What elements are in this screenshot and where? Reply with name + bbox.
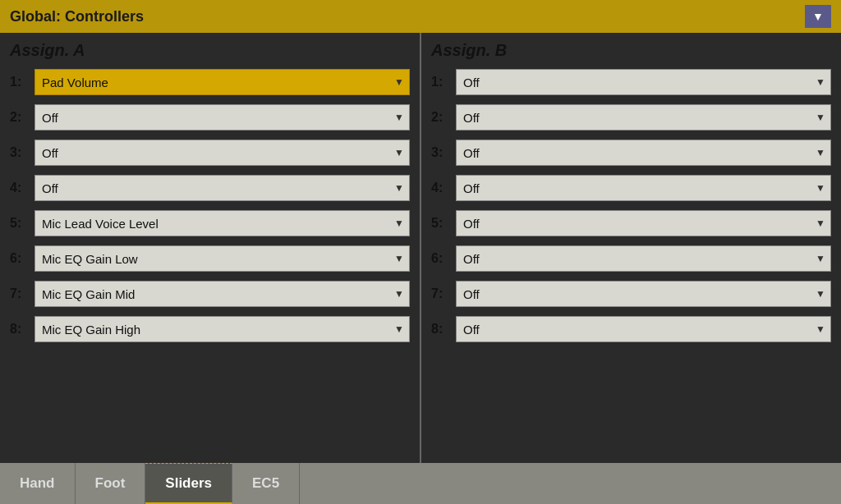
panel-a-row-label-2: 2: bbox=[10, 110, 34, 125]
panel-b-dropdown-arrow-4: ▼ bbox=[816, 182, 825, 194]
panel-a-dropdown-text-4: Off bbox=[42, 181, 58, 195]
panel-b-dropdown-text-3: Off bbox=[463, 146, 480, 160]
panel-a-row-label-4: 4: bbox=[10, 181, 34, 195]
tab-ec5[interactable]: EC5 bbox=[232, 463, 300, 504]
panel-a-dropdown-2[interactable]: Off ▼ bbox=[34, 104, 410, 131]
panel-b-dropdown-arrow-5: ▼ bbox=[816, 218, 825, 229]
panel-a-row-label-8: 8: bbox=[10, 322, 34, 337]
panel-a-row-2: 2: Off ▼ bbox=[10, 102, 410, 133]
screen: Global: Controllers ▼ Assign. A 1: Pad V… bbox=[0, 0, 841, 504]
panel-b-dropdown-text-5: Off bbox=[463, 217, 480, 231]
panel-b-dropdown-arrow-2: ▼ bbox=[816, 112, 825, 123]
panel-a: Assign. A 1: Pad Volume ▼ 2: Off ▼ 3: Of… bbox=[0, 33, 421, 463]
panel-a-dropdown-5[interactable]: Mic Lead Voice Level ▼ bbox=[34, 210, 410, 236]
panel-a-dropdown-text-1: Pad Volume bbox=[42, 76, 108, 89]
panel-a-row-label-1: 1: bbox=[10, 75, 34, 89]
panel-a-row-label-7: 7: bbox=[10, 286, 34, 301]
panel-a-dropdown-arrow-5: ▼ bbox=[394, 218, 404, 229]
panel-a-row-label-6: 6: bbox=[10, 251, 34, 266]
panel-a-row-3: 3: Off ▼ bbox=[10, 137, 410, 168]
panel-a-dropdown-arrow-8: ▼ bbox=[394, 323, 404, 335]
panel-a-dropdown-text-2: Off bbox=[42, 111, 58, 125]
panel-b-dropdown-arrow-1: ▼ bbox=[816, 76, 825, 88]
panel-a-dropdown-arrow-7: ▼ bbox=[394, 288, 404, 300]
panel-a-dropdown-arrow-3: ▼ bbox=[394, 147, 404, 158]
panel-a-dropdown-text-8: Mic EQ Gain High bbox=[42, 323, 140, 337]
panel-b-dropdown-text-6: Off bbox=[463, 252, 480, 266]
panel-a-dropdown-7[interactable]: Mic EQ Gain Mid ▼ bbox=[34, 281, 410, 307]
assign-panels-wrapper: Assign. A 1: Pad Volume ▼ 2: Off ▼ 3: Of… bbox=[0, 33, 841, 463]
panel-b-row-1: 1: Off ▼ bbox=[431, 66, 831, 98]
panel-b-row-label-3: 3: bbox=[431, 145, 456, 160]
panel-a-row-6: 6: Mic EQ Gain Low ▼ bbox=[10, 243, 410, 274]
panel-b-row-label-8: 8: bbox=[431, 322, 456, 337]
panel-a-dropdown-3[interactable]: Off ▼ bbox=[34, 140, 410, 166]
panel-a-dropdown-6[interactable]: Mic EQ Gain Low ▼ bbox=[34, 245, 410, 272]
panel-a-dropdown-text-3: Off bbox=[42, 146, 58, 160]
panel-b-row-8: 8: Off ▼ bbox=[431, 314, 831, 345]
panel-a-dropdown-text-7: Mic EQ Gain Mid bbox=[42, 287, 135, 301]
panel-b-row-label-1: 1: bbox=[431, 75, 456, 89]
panel-a-dropdown-arrow-4: ▼ bbox=[394, 182, 404, 194]
panel-a-dropdown-arrow-6: ▼ bbox=[394, 253, 404, 264]
panel-b-dropdown-arrow-8: ▼ bbox=[816, 323, 825, 335]
panel-b-row-label-6: 6: bbox=[431, 251, 456, 266]
panel-b-dropdown-3[interactable]: Off ▼ bbox=[456, 140, 831, 166]
panel-a-row-7: 7: Mic EQ Gain Mid ▼ bbox=[10, 278, 410, 309]
panel-b-row-4: 4: Off ▼ bbox=[431, 172, 831, 204]
panel-b-dropdown-text-7: Off bbox=[463, 287, 480, 301]
panel-b-dropdown-6[interactable]: Off ▼ bbox=[456, 245, 831, 272]
panel-b-dropdown-2[interactable]: Off ▼ bbox=[456, 104, 831, 131]
panel-b-dropdown-5[interactable]: Off ▼ bbox=[456, 210, 831, 236]
panel-b-dropdown-arrow-6: ▼ bbox=[816, 253, 825, 264]
panel-b-dropdown-8[interactable]: Off ▼ bbox=[456, 316, 831, 342]
panel-a-dropdown-1[interactable]: Pad Volume ▼ bbox=[34, 69, 410, 95]
panel-a-row-label-3: 3: bbox=[10, 145, 34, 160]
panel-b-dropdown-arrow-3: ▼ bbox=[816, 147, 825, 158]
panel-b-dropdown-1[interactable]: Off ▼ bbox=[456, 69, 831, 95]
panel-a-row-label-5: 5: bbox=[10, 216, 34, 231]
tab-foot[interactable]: Foot bbox=[76, 463, 146, 504]
panel-b-row-7: 7: Off ▼ bbox=[431, 278, 831, 309]
panel-a-dropdown-8[interactable]: Mic EQ Gain High ▼ bbox=[34, 316, 410, 342]
panel-b-row-label-7: 7: bbox=[431, 286, 456, 301]
title-bar: Global: Controllers ▼ bbox=[0, 0, 841, 33]
panel-a-row-5: 5: Mic Lead Voice Level ▼ bbox=[10, 208, 410, 239]
panel-a-dropdown-arrow-1: ▼ bbox=[394, 76, 404, 88]
panel-a-dropdown-arrow-2: ▼ bbox=[394, 112, 404, 123]
panel-a-row-8: 8: Mic EQ Gain High ▼ bbox=[10, 314, 410, 345]
title-bar-arrow[interactable]: ▼ bbox=[805, 5, 831, 28]
title-bar-text: Global: Controllers bbox=[10, 8, 144, 25]
panel-b-row-label-5: 5: bbox=[431, 216, 456, 231]
panel-b-row-2: 2: Off ▼ bbox=[431, 102, 831, 133]
panel-a-dropdown-4[interactable]: Off ▼ bbox=[34, 175, 410, 201]
tab-hand[interactable]: Hand bbox=[0, 463, 76, 504]
panel-b-dropdown-text-8: Off bbox=[463, 323, 480, 337]
panel-b-dropdown-text-4: Off bbox=[463, 181, 480, 195]
panel-b: Assign. B 1: Off ▼ 2: Off ▼ 3: Off ▼ 4: … bbox=[421, 33, 841, 463]
panel-b-row-6: 6: Off ▼ bbox=[431, 243, 831, 274]
panel-a-dropdown-text-6: Mic EQ Gain Low bbox=[42, 252, 138, 266]
panel-b-dropdown-text-1: Off bbox=[463, 76, 480, 89]
tab-sliders[interactable]: Sliders bbox=[145, 463, 232, 504]
panel-b-row-3: 3: Off ▼ bbox=[431, 137, 831, 168]
panel-a-row-1: 1: Pad Volume ▼ bbox=[10, 66, 410, 98]
panel-b-dropdown-arrow-7: ▼ bbox=[816, 288, 825, 300]
panel-b-row-label-4: 4: bbox=[431, 181, 456, 195]
panel-b-row-label-2: 2: bbox=[431, 110, 456, 125]
panel-b-title: Assign. B bbox=[431, 41, 831, 60]
panel-b-dropdown-7[interactable]: Off ▼ bbox=[456, 281, 831, 307]
bottom-tabs: HandFootSlidersEC5 bbox=[0, 463, 841, 504]
panel-a-dropdown-text-5: Mic Lead Voice Level bbox=[42, 217, 159, 231]
panel-b-dropdown-text-2: Off bbox=[463, 111, 480, 125]
panel-b-dropdown-4[interactable]: Off ▼ bbox=[456, 175, 831, 201]
panel-a-row-4: 4: Off ▼ bbox=[10, 172, 410, 204]
panel-a-title: Assign. A bbox=[10, 41, 410, 60]
panel-b-row-5: 5: Off ▼ bbox=[431, 208, 831, 239]
